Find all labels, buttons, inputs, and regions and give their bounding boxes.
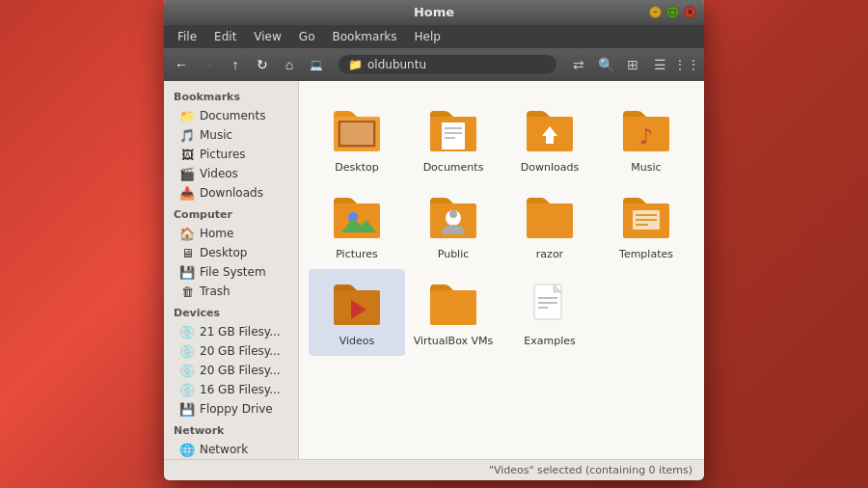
pictures-folder-icon	[328, 191, 386, 244]
sidebar-label: 20 GB Filesy...	[200, 344, 281, 358]
sidebar-item-videos[interactable]: 🎬Videos	[164, 164, 298, 183]
folder-icon: 📁	[179, 108, 195, 123]
folder-icon	[521, 191, 579, 244]
svg-point-18	[449, 210, 457, 218]
file-item-examples[interactable]: Examples	[502, 269, 598, 356]
file-manager-window: Home – □ × FileEditViewGoBookmarksHelp ←…	[164, 0, 704, 480]
minimize-button[interactable]: –	[649, 6, 662, 18]
floppy-icon: 💾	[179, 401, 195, 417]
file-label: VirtualBox VMs	[414, 335, 494, 348]
menu-item-help[interactable]: Help	[407, 28, 448, 45]
file-label: Downloads	[521, 161, 579, 175]
sidebar-item-trash[interactable]: 🗑Trash	[164, 282, 298, 301]
sidebar-label: Desktop	[200, 246, 248, 259]
menu-item-file[interactable]: File	[170, 28, 204, 45]
menubar: FileEditViewGoBookmarksHelp	[164, 25, 704, 48]
downloads-folder-icon	[521, 104, 579, 157]
location-folder-icon: 📁	[348, 58, 363, 71]
downloads-folder-icon: 📥	[179, 185, 195, 201]
sidebar-item-20-gb-filesy...[interactable]: 💿20 GB Filesy...	[164, 361, 298, 380]
filesystem-icon: 💾	[179, 264, 195, 280]
extra-view-button[interactable]: ⋮⋮	[675, 53, 698, 76]
home-icon: 🏠	[179, 226, 195, 241]
statusbar: "Videos" selected (containing 0 items)	[164, 459, 704, 480]
file-label: Pictures	[336, 248, 378, 261]
computer-button[interactable]: 💻	[305, 53, 328, 76]
examples-file-icon	[521, 278, 579, 331]
sidebar-item-floppy-drive[interactable]: 💾Floppy Drive	[164, 399, 298, 419]
search-button[interactable]: 🔍	[594, 53, 617, 76]
public-folder-icon	[424, 191, 482, 244]
menu-item-edit[interactable]: Edit	[206, 28, 244, 45]
sidebar-section-devices: Devices	[164, 301, 298, 322]
sync-button[interactable]: ⇄	[567, 53, 590, 76]
file-browser: Desktop Documents Downloads ♪ Music Pict…	[299, 81, 704, 459]
sidebar-label: Network	[200, 443, 248, 456]
sidebar-item-pictures[interactable]: 🖼Pictures	[164, 145, 298, 164]
sidebar-label: Pictures	[200, 148, 246, 161]
desktop-folder-icon	[328, 104, 386, 157]
sidebar-label: Home	[200, 227, 233, 240]
sidebar-label: File System	[200, 265, 266, 279]
hdd-icon: 💿	[179, 343, 195, 359]
sidebar-item-music[interactable]: 🎵Music	[164, 125, 298, 145]
hdd-icon: 💿	[179, 382, 195, 397]
menu-item-go[interactable]: Go	[291, 28, 323, 45]
up-button[interactable]: ↑	[224, 53, 247, 76]
refresh-button[interactable]: ↻	[251, 53, 274, 76]
sidebar-item-network[interactable]: 🌐Network	[164, 440, 298, 459]
svg-rect-5	[442, 122, 465, 149]
sidebar-item-20-gb-filesy...[interactable]: 💿20 GB Filesy...	[164, 341, 298, 361]
file-item-desktop[interactable]: Desktop	[309, 95, 405, 182]
sidebar-item-16-gb-filesy...[interactable]: 💿16 GB Filesy...	[164, 380, 298, 399]
file-label: Public	[438, 248, 470, 261]
location-bar[interactable]: 📁 oldubuntu	[338, 54, 557, 75]
sidebar-section-network: Network	[164, 419, 298, 440]
file-item-pictures[interactable]: Pictures	[309, 182, 405, 269]
file-item-downloads[interactable]: Downloads	[502, 95, 598, 182]
file-item-razor[interactable]: razor	[502, 182, 598, 269]
file-label: Videos	[339, 335, 375, 348]
menu-item-bookmarks[interactable]: Bookmarks	[324, 28, 404, 45]
sidebar-label: Trash	[200, 285, 231, 298]
documents-folder-icon	[424, 104, 482, 157]
home-nav-button[interactable]: ⌂	[278, 53, 301, 76]
file-item-documents[interactable]: Documents	[405, 95, 502, 182]
window-controls: – □ ×	[649, 6, 696, 18]
sidebar-item-desktop[interactable]: 🖥Desktop	[164, 243, 298, 262]
file-item-videos[interactable]: Videos	[309, 269, 405, 356]
sidebar-item-downloads[interactable]: 📥Downloads	[164, 183, 298, 203]
music-folder-icon: ♪	[617, 104, 675, 157]
file-item-public[interactable]: Public	[405, 182, 502, 269]
back-button[interactable]: ←	[170, 53, 193, 76]
file-item-templates[interactable]: Templates	[598, 182, 694, 269]
video-folder-icon: 🎬	[179, 166, 195, 181]
file-label: Music	[631, 161, 661, 175]
grid-view-button[interactable]: ⊞	[621, 53, 644, 76]
videos-folder-icon	[328, 278, 386, 331]
hdd-icon: 💿	[179, 363, 195, 378]
sidebar-label: 21 GB Filesy...	[200, 325, 281, 339]
close-button[interactable]: ×	[684, 6, 696, 18]
sidebar-item-21-gb-filesy...[interactable]: 💿21 GB Filesy...	[164, 322, 298, 341]
svg-rect-3	[340, 122, 373, 145]
file-label: razor	[536, 248, 563, 261]
list-view-button[interactable]: ☰	[648, 53, 671, 76]
pictures-folder-icon: 🖼	[179, 147, 195, 162]
file-item-music[interactable]: ♪ Music	[598, 95, 694, 182]
toolbar: ← → ↑ ↻ ⌂ 💻 📁 oldubuntu ⇄ 🔍 ⊞ ☰ ⋮⋮	[164, 48, 704, 81]
menu-item-view[interactable]: View	[246, 28, 288, 45]
sidebar-item-file-system[interactable]: 💾File System	[164, 262, 298, 282]
desktop-icon: 🖥	[179, 245, 195, 260]
window-title: Home	[414, 5, 454, 19]
forward-button[interactable]: →	[197, 53, 220, 76]
file-item-virtualbox-vms[interactable]: VirtualBox VMs	[405, 269, 502, 356]
svg-rect-13	[334, 203, 380, 238]
sidebar-label: Documents	[200, 109, 265, 122]
maximize-button[interactable]: □	[666, 6, 679, 18]
sidebar: Bookmarks📁Documents🎵Music🖼Pictures🎬Video…	[164, 81, 299, 459]
sidebar-label: Videos	[200, 167, 238, 180]
location-path: oldubuntu	[367, 58, 426, 71]
sidebar-item-home[interactable]: 🏠Home	[164, 224, 298, 243]
sidebar-item-documents[interactable]: 📁Documents	[164, 106, 298, 125]
